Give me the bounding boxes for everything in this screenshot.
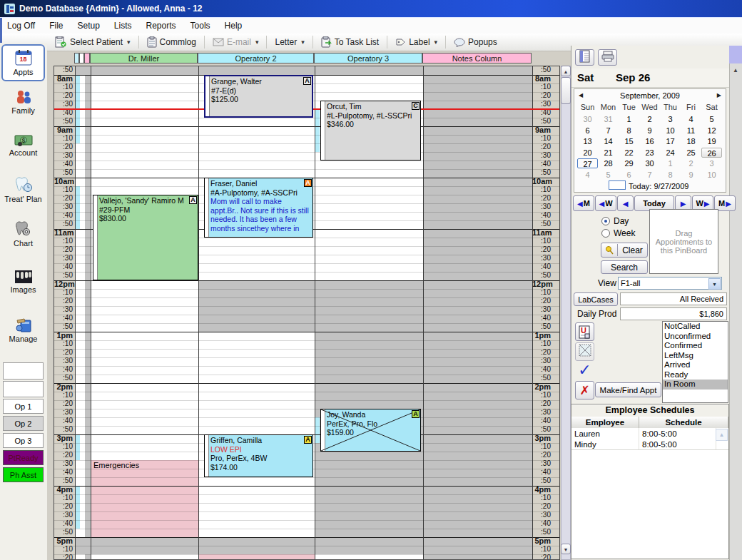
mini-cal-day-10[interactable]: 10 [660, 126, 681, 136]
mini-cal-day-4[interactable]: 4 [681, 114, 701, 124]
status-item-in-room[interactable]: In Room [663, 380, 728, 390]
toolbar-button-to-task-list[interactable]: To Task List [316, 34, 384, 50]
mini-cal-day-7-adj[interactable]: 7 [639, 170, 660, 180]
dropdown-caret-icon[interactable]: ▾ [434, 39, 438, 46]
confirm-check-button[interactable]: ✓ [575, 361, 594, 380]
status-item-confirmed[interactable]: Confirmed [663, 341, 728, 351]
make-find-appt-button[interactable]: Make/Find Appt [595, 382, 661, 397]
mini-cal-day-19[interactable]: 19 [701, 136, 722, 146]
grid-scroll-thumb[interactable] [561, 77, 571, 104]
nav-left-w-button[interactable]: ◀W [595, 195, 616, 211]
status-item-arrived[interactable]: Arrived [663, 360, 728, 370]
mini-cal-day-18[interactable]: 18 [681, 136, 701, 146]
sidebar-module-treat-plan[interactable]: Treat' Plan [1, 168, 45, 211]
pinboard[interactable]: Drag Appointments to this PinBoard [649, 209, 718, 274]
column-header-operatory-3[interactable]: Operatory 3 [314, 53, 422, 63]
mini-cal-day-3-adj[interactable]: 3 [701, 158, 722, 168]
employee-row-lauren[interactable]: Lauren8:00-5:00 [571, 428, 728, 439]
menu-item-help[interactable]: Help [218, 19, 250, 33]
mini-cal-day-15[interactable]: 15 [619, 136, 639, 146]
today-label[interactable]: Today: 9/27/2009 [629, 182, 688, 190]
mini-cal-day-6-adj[interactable]: 6 [619, 170, 639, 180]
mini-cal-day-14[interactable]: 14 [598, 136, 619, 146]
mini-cal-day-25[interactable]: 25 [681, 148, 701, 158]
mini-cal-day-29[interactable]: 29 [619, 158, 639, 168]
mini-cal-day-20[interactable]: 20 [577, 148, 598, 158]
mini-cal-day-31-adj[interactable]: 31 [598, 114, 619, 124]
mini-cal-day-5-adj[interactable]: 5 [598, 170, 619, 180]
toolbar-button-commlog[interactable]: Commlog [142, 34, 201, 50]
status-tag-ph-asst[interactable]: Ph Asst [3, 467, 44, 482]
panel-scrollbar-track[interactable] [729, 46, 742, 560]
nav-left-m-button[interactable]: ◀M [573, 195, 594, 211]
sidebar-module-family[interactable]: Family [1, 84, 45, 120]
unscheduled-list-button[interactable]: U [575, 322, 594, 341]
mini-cal-day-5[interactable]: 5 [701, 114, 722, 124]
mini-cal-day-6[interactable]: 6 [577, 126, 598, 136]
mini-cal-day-4-adj[interactable]: 4 [577, 170, 598, 180]
mini-cal-day-9[interactable]: 9 [639, 126, 660, 136]
toolbar-button-e-mail[interactable]: E-mail▾ [208, 35, 264, 49]
column-header-notes-column[interactable]: Notes Column [422, 53, 532, 63]
mini-cal-day-2-adj[interactable]: 2 [681, 158, 701, 168]
mini-cal-day-28[interactable]: 28 [598, 158, 619, 168]
mini-cal-day-17[interactable]: 17 [660, 136, 681, 146]
mini-cal-day-16[interactable]: 16 [639, 136, 660, 146]
grid-scroll-track[interactable] [561, 66, 571, 560]
op-button-op-1[interactable]: Op 1 [3, 399, 44, 414]
confirmation-status-list[interactable]: NotCalledUnconfirmedConfirmedLeftMsgArri… [662, 321, 728, 403]
mini-cal-day-27[interactable]: 27 [577, 158, 598, 168]
sidebar-module-appts[interactable]: 18Appts [1, 44, 45, 81]
view-dropdown[interactable]: F1-all ▼ [618, 277, 722, 290]
mini-cal-day-2[interactable]: 2 [639, 114, 660, 124]
mini-cal-day-11[interactable]: 11 [681, 126, 701, 136]
appointment-orcut-tim[interactable]: Orcut, Tim#L-Pulpotomy, #L-SSCPri$346.00… [320, 101, 421, 161]
mini-cal-day-9-adj[interactable]: 9 [681, 170, 701, 180]
break-appointment-button[interactable] [575, 342, 594, 361]
mini-cal-day-3[interactable]: 3 [660, 114, 681, 124]
status-item-leftmsg[interactable]: LeftMsg [663, 351, 728, 361]
menu-item-reports[interactable]: Reports [139, 19, 183, 33]
column-header-operatory-2[interactable]: Operatory 2 [198, 53, 314, 63]
mini-cal-day-30-adj[interactable]: 30 [577, 114, 598, 124]
mini-cal-day-24[interactable]: 24 [660, 148, 681, 158]
mini-cal-day-1-adj[interactable]: 1 [660, 158, 681, 168]
mini-cal-day-10-adj[interactable]: 10 [701, 170, 722, 180]
menu-item-lists[interactable]: Lists [107, 19, 139, 33]
grid-scroll-down[interactable]: ▼ [561, 544, 571, 554]
nav-left-day-button[interactable]: ◀ [617, 195, 634, 211]
labcases-button[interactable]: LabCases [574, 292, 618, 306]
appointment-grid[interactable]: Emergencies:508am:10:20:30:40:509am:10:2… [54, 66, 560, 560]
appt-lists-button[interactable] [575, 49, 594, 66]
sidebar-module-chart[interactable]: Chart [1, 214, 45, 254]
mini-cal-day-8-adj[interactable]: 8 [660, 170, 681, 180]
sidebar-module-manage[interactable]: Manage [1, 308, 45, 352]
next-month-icon[interactable]: ▶ [717, 92, 721, 98]
combo-arrow-icon[interactable]: ▼ [708, 278, 721, 290]
op-button-op-2[interactable]: Op 2 [3, 416, 44, 431]
appointment-vallejo-sandy-ramiro-m[interactable]: Vallejo, 'Sandy' Ramiro M#29-PFM$830.00A [93, 195, 198, 280]
mini-cal-day-23[interactable]: 23 [639, 148, 660, 158]
menu-item-log-off[interactable]: Log Off [0, 19, 42, 33]
mini-cal-day-1[interactable]: 1 [619, 114, 639, 124]
dropdown-caret-icon[interactable]: ▾ [127, 39, 131, 46]
menu-item-setup[interactable]: Setup [70, 19, 106, 33]
sidebar-module-account[interactable]: $Account [1, 124, 45, 166]
toolbar-button-label[interactable]: Label▾ [390, 35, 442, 49]
employee-row-mindy[interactable]: Mindy8:00-5:00 [571, 439, 728, 450]
grid-scroll-up[interactable]: ▲ [561, 66, 571, 76]
column-header-dr-miller[interactable]: Dr. Miller [90, 53, 198, 63]
status-tag-ptready[interactable]: PtReady [3, 450, 44, 465]
mini-cal-day-12[interactable]: 12 [701, 126, 722, 136]
dropdown-caret-icon[interactable]: ▾ [255, 39, 259, 46]
sidebar-module-images[interactable]: Images [1, 260, 45, 304]
menu-item-file[interactable]: File [42, 19, 70, 33]
panel-scroll-up-icon[interactable]: ▲ [731, 66, 741, 75]
appointment-grange-walter[interactable]: Grange, Walter#7-E(d)$125.00A [204, 75, 313, 118]
print-button[interactable] [598, 49, 617, 66]
clear-button[interactable]: Clear [601, 243, 648, 258]
mini-cal-day-22[interactable]: 22 [619, 148, 639, 158]
delete-button[interactable]: ✗ [575, 381, 594, 399]
menu-item-tools[interactable]: Tools [183, 19, 218, 33]
status-item-ready[interactable]: Ready [663, 370, 728, 380]
